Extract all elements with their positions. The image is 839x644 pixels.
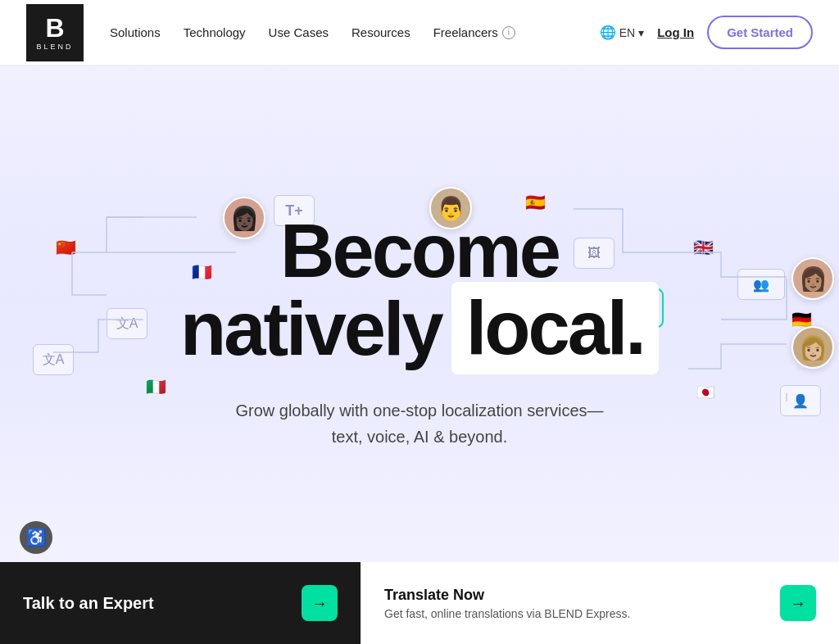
arrow-right-icon: → (311, 594, 328, 613)
arrow-right-icon-2: → (790, 594, 806, 613)
headline-line2: natively local. (180, 282, 659, 374)
translate-icon-left2: 文A (33, 344, 74, 375)
translate-icon-left: 文A (107, 308, 147, 339)
hero-subtext: Grow globally with one-stop localization… (180, 397, 659, 450)
avatar-3: 👩🏽 (791, 257, 834, 300)
nav-resources[interactable]: Resources (351, 25, 410, 39)
avatar-4: 👩🏼 (791, 326, 834, 369)
logo-brand: BLEND (36, 43, 73, 51)
headline-natively: natively (180, 291, 442, 366)
login-button[interactable]: Log In (657, 25, 694, 39)
info-icon: i (502, 26, 515, 39)
nav-freelancers[interactable]: Freelancers i (433, 25, 515, 39)
bottom-cards: Talk to an Expert → Translate Now Get fa… (0, 562, 839, 644)
get-started-button[interactable]: Get Started (707, 16, 813, 49)
nav-technology[interactable]: Technology (184, 25, 246, 39)
flag-italy: 🇮🇹 (146, 377, 166, 397)
accessibility-button[interactable]: ♿ (20, 521, 52, 554)
group-icon: 👥 (737, 269, 785, 300)
card-translate-subtitle: Get fast, online translations via BLEND … (384, 607, 630, 620)
headline-local: local. (451, 282, 659, 374)
nav-solutions[interactable]: Solutions (110, 25, 161, 39)
card-translate-now[interactable]: Translate Now Get fast, online translati… (361, 562, 839, 644)
logo-letter: B (45, 15, 64, 41)
card-expert-arrow[interactable]: → (302, 585, 338, 621)
navbar: B BLEND Solutions Technology Use Cases R… (0, 0, 839, 66)
card-translate-title: Translate Now (384, 587, 630, 604)
person-icon: 👤 (780, 385, 821, 416)
nav-use-cases[interactable]: Use Cases (269, 25, 329, 39)
card-translate-content: Translate Now Get fast, online translati… (384, 587, 630, 620)
hero-content: Become natively local. Grow globally wit… (180, 213, 659, 450)
flag-japan: 🇯🇵 (696, 383, 714, 401)
nav-links: Solutions Technology Use Cases Resources… (110, 25, 600, 39)
language-selector[interactable]: 🌐 EN ▾ (600, 25, 644, 40)
card-expert-label: Talk to an Expert (23, 594, 154, 613)
chevron-down-icon: ▾ (638, 26, 644, 39)
flag-uk: 🇬🇧 (688, 238, 718, 257)
accessibility-icon: ♿ (26, 528, 47, 547)
logo[interactable]: B BLEND (26, 4, 84, 61)
card-translate-arrow[interactable]: → (780, 585, 816, 621)
headline-line1: Become (180, 213, 659, 288)
card-talk-expert[interactable]: Talk to an Expert → (0, 562, 361, 644)
hero-section: 🇨🇳 🇫🇷 🇪🇸 🇬🇧 🇩🇪 🇯🇵 👩🏿 👨 👩🏽 👩🏼 T+ 文A (0, 66, 839, 644)
flag-china: 🇨🇳 (51, 238, 80, 257)
nav-right: 🌐 EN ▾ Log In Get Started (600, 16, 813, 49)
lang-label: EN (619, 26, 635, 39)
globe-icon: 🌐 (600, 25, 616, 40)
